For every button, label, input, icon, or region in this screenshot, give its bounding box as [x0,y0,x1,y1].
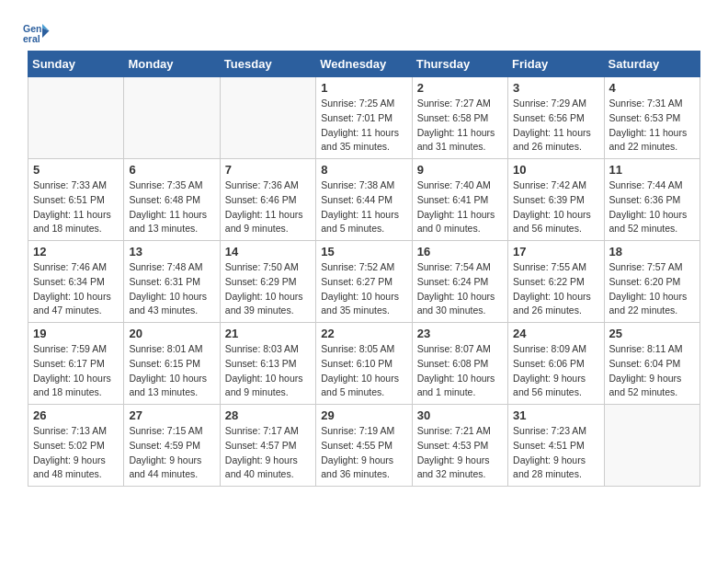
calendar-cell: 6Sunrise: 7:35 AMSunset: 6:48 PMDaylight… [124,159,220,241]
page-header: Gen eral [9,9,719,51]
calendar-wrapper: SundayMondayTuesdayWednesdayThursdayFrid… [9,51,719,487]
weekday-header-friday: Friday [508,52,604,77]
calendar-cell [220,77,315,159]
day-info: Sunrise: 7:23 AMSunset: 4:51 PMDaylight:… [513,424,598,482]
calendar-cell: 9Sunrise: 7:40 AMSunset: 6:41 PMDaylight… [412,159,507,241]
day-info: Sunrise: 7:57 AMSunset: 6:20 PMDaylight:… [609,260,695,318]
day-info: Sunrise: 7:31 AMSunset: 6:53 PMDaylight:… [609,97,695,155]
calendar-cell: 18Sunrise: 7:57 AMSunset: 6:20 PMDayligh… [604,241,700,323]
day-info: Sunrise: 7:36 AMSunset: 6:46 PMDaylight:… [225,178,311,236]
calendar-cell: 20Sunrise: 8:01 AMSunset: 6:15 PMDayligh… [124,323,220,405]
calendar-week-2: 5Sunrise: 7:33 AMSunset: 6:51 PMDaylight… [28,159,700,241]
day-number: 31 [513,408,598,422]
day-number: 9 [417,163,503,177]
calendar-cell [604,405,700,487]
calendar-week-4: 19Sunrise: 7:59 AMSunset: 6:17 PMDayligh… [28,323,700,405]
calendar-body: 1Sunrise: 7:25 AMSunset: 7:01 PMDaylight… [28,77,700,487]
svg-marker-3 [42,29,50,39]
day-info: Sunrise: 7:21 AMSunset: 4:53 PMDaylight:… [417,424,503,482]
calendar-cell: 5Sunrise: 7:33 AMSunset: 6:51 PMDaylight… [28,159,124,241]
calendar-table: SundayMondayTuesdayWednesdayThursdayFrid… [28,51,700,487]
calendar-cell: 2Sunrise: 7:27 AMSunset: 6:58 PMDaylight… [412,77,507,159]
weekday-header-monday: Monday [124,52,220,77]
day-info: Sunrise: 8:11 AMSunset: 6:04 PMDaylight:… [609,342,695,400]
day-number: 7 [225,163,311,177]
svg-text:eral: eral [23,33,40,44]
day-number: 13 [129,245,214,259]
day-info: Sunrise: 7:55 AMSunset: 6:22 PMDaylight:… [513,260,598,318]
day-number: 6 [129,163,214,177]
calendar-cell: 31Sunrise: 7:23 AMSunset: 4:51 PMDayligh… [508,405,604,487]
day-info: Sunrise: 7:13 AMSunset: 5:02 PMDaylight:… [33,424,119,482]
day-number: 26 [33,408,119,422]
logo: Gen eral [23,18,54,46]
calendar-cell: 7Sunrise: 7:36 AMSunset: 6:46 PMDaylight… [220,159,315,241]
calendar-cell: 11Sunrise: 7:44 AMSunset: 6:36 PMDayligh… [604,159,700,241]
day-number: 8 [321,163,406,177]
day-info: Sunrise: 8:07 AMSunset: 6:08 PMDaylight:… [417,342,503,400]
day-info: Sunrise: 7:25 AMSunset: 7:01 PMDaylight:… [321,97,406,155]
day-number: 27 [129,408,214,422]
day-info: Sunrise: 7:40 AMSunset: 6:41 PMDaylight:… [417,178,503,236]
calendar-cell: 15Sunrise: 7:52 AMSunset: 6:27 PMDayligh… [316,241,412,323]
logo-icon: Gen eral [23,18,51,46]
day-number: 16 [417,245,503,259]
calendar-cell: 23Sunrise: 8:07 AMSunset: 6:08 PMDayligh… [412,323,507,405]
day-number: 19 [33,327,119,340]
day-info: Sunrise: 7:42 AMSunset: 6:39 PMDaylight:… [513,178,598,236]
calendar-cell: 13Sunrise: 7:48 AMSunset: 6:31 PMDayligh… [124,241,220,323]
calendar-cell: 28Sunrise: 7:17 AMSunset: 4:57 PMDayligh… [220,405,315,487]
day-number: 12 [33,245,119,259]
day-number: 3 [513,81,598,95]
day-info: Sunrise: 8:09 AMSunset: 6:06 PMDaylight:… [513,342,598,400]
day-info: Sunrise: 7:15 AMSunset: 4:59 PMDaylight:… [129,424,214,482]
weekday-header-saturday: Saturday [604,52,700,77]
day-number: 30 [417,408,503,422]
calendar-cell: 8Sunrise: 7:38 AMSunset: 6:44 PMDaylight… [316,159,412,241]
day-number: 28 [225,408,311,422]
day-number: 25 [609,327,695,340]
calendar-cell [28,77,124,159]
day-info: Sunrise: 7:44 AMSunset: 6:36 PMDaylight:… [609,178,695,236]
weekday-header-wednesday: Wednesday [316,52,412,77]
day-info: Sunrise: 7:33 AMSunset: 6:51 PMDaylight:… [33,178,119,236]
calendar-week-3: 12Sunrise: 7:46 AMSunset: 6:34 PMDayligh… [28,241,700,323]
day-number: 29 [321,408,406,422]
day-number: 18 [609,245,695,259]
calendar-cell: 21Sunrise: 8:03 AMSunset: 6:13 PMDayligh… [220,323,315,405]
calendar-cell: 3Sunrise: 7:29 AMSunset: 6:56 PMDaylight… [508,77,604,159]
weekday-header-thursday: Thursday [412,52,507,77]
weekday-header-tuesday: Tuesday [220,52,315,77]
day-info: Sunrise: 8:05 AMSunset: 6:10 PMDaylight:… [321,342,406,400]
day-number: 11 [609,163,695,177]
calendar-cell: 10Sunrise: 7:42 AMSunset: 6:39 PMDayligh… [508,159,604,241]
calendar-cell: 14Sunrise: 7:50 AMSunset: 6:29 PMDayligh… [220,241,315,323]
day-info: Sunrise: 7:17 AMSunset: 4:57 PMDaylight:… [225,424,311,482]
weekday-row: SundayMondayTuesdayWednesdayThursdayFrid… [28,52,700,77]
calendar-cell: 17Sunrise: 7:55 AMSunset: 6:22 PMDayligh… [508,241,604,323]
day-number: 10 [513,163,598,177]
calendar-cell: 24Sunrise: 8:09 AMSunset: 6:06 PMDayligh… [508,323,604,405]
calendar-week-5: 26Sunrise: 7:13 AMSunset: 5:02 PMDayligh… [28,405,700,487]
calendar-cell: 30Sunrise: 7:21 AMSunset: 4:53 PMDayligh… [412,405,507,487]
day-info: Sunrise: 7:38 AMSunset: 6:44 PMDaylight:… [321,178,406,236]
day-number: 1 [321,81,406,95]
day-number: 23 [417,327,503,340]
day-number: 4 [609,81,695,95]
calendar-week-1: 1Sunrise: 7:25 AMSunset: 7:01 PMDaylight… [28,77,700,159]
day-info: Sunrise: 7:54 AMSunset: 6:24 PMDaylight:… [417,260,503,318]
day-info: Sunrise: 7:29 AMSunset: 6:56 PMDaylight:… [513,97,598,155]
day-info: Sunrise: 7:46 AMSunset: 6:34 PMDaylight:… [33,260,119,318]
day-info: Sunrise: 7:50 AMSunset: 6:29 PMDaylight:… [225,260,311,318]
day-number: 21 [225,327,311,340]
day-number: 15 [321,245,406,259]
day-number: 5 [33,163,119,177]
calendar-cell: 25Sunrise: 8:11 AMSunset: 6:04 PMDayligh… [604,323,700,405]
calendar-header: SundayMondayTuesdayWednesdayThursdayFrid… [28,52,700,77]
weekday-header-sunday: Sunday [28,52,124,77]
day-number: 20 [129,327,214,340]
day-info: Sunrise: 7:52 AMSunset: 6:27 PMDaylight:… [321,260,406,318]
calendar-cell: 1Sunrise: 7:25 AMSunset: 7:01 PMDaylight… [316,77,412,159]
calendar-cell: 29Sunrise: 7:19 AMSunset: 4:55 PMDayligh… [316,405,412,487]
day-info: Sunrise: 8:03 AMSunset: 6:13 PMDaylight:… [225,342,311,400]
